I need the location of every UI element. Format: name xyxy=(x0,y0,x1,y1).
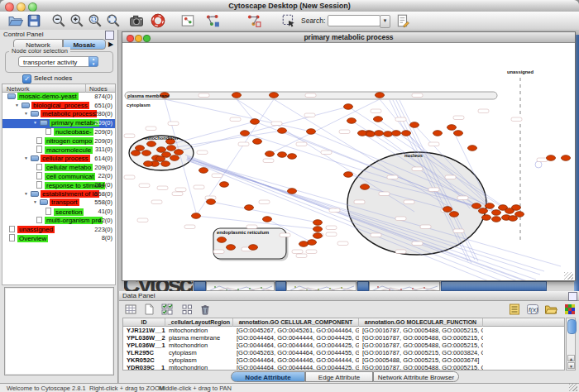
network-node[interactable] xyxy=(245,205,254,211)
zoom-view-button[interactable] xyxy=(143,35,151,42)
network-node[interactable] xyxy=(358,131,367,136)
disclosure-triangle-icon[interactable]: ▼ xyxy=(24,155,31,160)
attribute-browser-tab[interactable]: Network Attribute Browser xyxy=(373,371,459,382)
select-nodes-checkbox[interactable]: ✓ xyxy=(22,74,31,84)
network-node[interactable] xyxy=(374,117,383,122)
column-header[interactable]: annotation.GO MOLECULAR_FUNCTION xyxy=(359,318,483,327)
edit-search-icon[interactable] xyxy=(395,13,410,28)
tree-item[interactable]: ▼establishment of lo558(0) xyxy=(2,190,115,199)
tree-item[interactable]: response to stimulu264(0) xyxy=(2,181,115,190)
tree-item[interactable]: Overview8(0) xyxy=(2,234,115,243)
delete-attribute-icon[interactable] xyxy=(199,303,212,316)
self-loop-edge[interactable] xyxy=(535,161,542,168)
annotation-icon[interactable] xyxy=(180,13,195,28)
tree-item[interactable]: unassigned223(0) xyxy=(2,226,115,235)
network-node[interactable] xyxy=(486,203,495,209)
network-node[interactable] xyxy=(156,156,165,162)
network-node[interactable] xyxy=(376,93,385,98)
background-window-preview[interactable] xyxy=(286,281,356,291)
tree-item[interactable]: ▼primary metabo209(0) xyxy=(2,119,115,128)
background-window-titlebar[interactable] xyxy=(275,281,286,291)
tree-item[interactable]: ▼transport558(0) xyxy=(2,198,115,208)
window-titlebar[interactable]: Cytoscape Desktop (New Session) xyxy=(0,0,579,12)
table-row[interactable]: YKR052Ccytoplasm[GO:0044464, GO:0044446,… xyxy=(123,356,564,364)
network-node[interactable] xyxy=(253,139,262,145)
background-window-preview[interactable] xyxy=(369,281,440,291)
network-node[interactable] xyxy=(170,155,179,161)
network-node[interactable] xyxy=(454,131,463,136)
attribute-table-header[interactable]: ID_cellularLayoutRegionannotation.GO CEL… xyxy=(123,318,564,327)
column-header[interactable] xyxy=(483,318,565,327)
close-view-button[interactable] xyxy=(127,35,134,42)
minimize-view-button[interactable] xyxy=(135,35,142,42)
network-node[interactable] xyxy=(450,212,459,218)
attribute-browser-tab[interactable]: Node Attribute Browser xyxy=(231,371,305,382)
disclosure-triangle-icon[interactable]: ▼ xyxy=(33,120,40,125)
network-node[interactable] xyxy=(402,131,411,136)
network-node[interactable] xyxy=(241,131,250,136)
close-window-button[interactable] xyxy=(5,2,14,12)
network-node[interactable] xyxy=(313,233,323,239)
search-input[interactable] xyxy=(328,15,380,26)
snapshot-camera-icon[interactable] xyxy=(129,13,144,28)
column-header[interactable]: ID xyxy=(123,318,165,327)
network-node[interactable] xyxy=(344,104,353,110)
network-node[interactable] xyxy=(313,227,323,232)
background-window-preview[interactable] xyxy=(547,281,574,291)
network-node[interactable] xyxy=(278,128,287,134)
network-node[interactable] xyxy=(288,154,297,160)
column-header[interactable]: annotation.GO CELLULAR_COMPONENT xyxy=(233,318,359,327)
network-node[interactable] xyxy=(492,210,501,216)
table-row[interactable]: YPL036W__2plasma membrane[GO:0044464, GO… xyxy=(123,334,564,342)
attribute-list-icon[interactable] xyxy=(508,303,521,316)
tree-item[interactable]: multi-organism pro42(0) xyxy=(2,217,115,226)
network-node[interactable] xyxy=(199,168,208,174)
network-node[interactable] xyxy=(147,141,156,147)
network-node[interactable] xyxy=(218,237,227,243)
network-node[interactable] xyxy=(361,184,370,190)
disclosure-triangle-icon[interactable]: ▼ xyxy=(24,191,31,196)
network-node[interactable] xyxy=(479,208,488,214)
network-canvas[interactable]: plasma membranecytoplasmmitochondrionnuc… xyxy=(122,43,575,280)
network-node[interactable] xyxy=(433,131,443,136)
tree-item[interactable]: cellular metabo209(0) xyxy=(2,164,115,173)
network-edge[interactable] xyxy=(176,131,282,147)
birds-eye-view[interactable] xyxy=(4,287,114,375)
color-attribute-select[interactable]: transporter activity xyxy=(18,56,98,67)
network-node[interactable] xyxy=(447,125,457,131)
attribute-matrix-icon[interactable] xyxy=(563,303,577,316)
network-node[interactable] xyxy=(249,245,258,251)
network-node[interactable] xyxy=(515,212,524,218)
network-node[interactable] xyxy=(232,93,242,98)
destroy-view-icon[interactable] xyxy=(246,13,261,28)
zoom-out-icon[interactable] xyxy=(51,13,66,28)
network-node[interactable] xyxy=(167,146,176,151)
network-node[interactable] xyxy=(266,151,275,157)
function-builder-icon[interactable] xyxy=(526,303,539,316)
network-node[interactable] xyxy=(375,131,384,136)
network-node[interactable] xyxy=(347,118,356,124)
background-window-titlebar[interactable] xyxy=(194,281,206,291)
network-node[interactable] xyxy=(192,213,201,219)
table-scrollbar[interactable]: ▲ ▼ xyxy=(566,318,576,370)
network-node[interactable] xyxy=(299,241,309,247)
tree-item[interactable]: mosaic-demo-yeast874(0) xyxy=(2,93,115,102)
network-node[interactable] xyxy=(384,131,393,137)
network-node[interactable] xyxy=(482,215,491,221)
zoom-window-button[interactable] xyxy=(28,2,37,12)
network-edge[interactable] xyxy=(165,99,311,131)
network-node[interactable] xyxy=(144,161,153,167)
background-window-titlebar[interactable] xyxy=(357,281,369,291)
scrollbar-thumb[interactable] xyxy=(567,319,577,334)
network-node[interactable] xyxy=(313,220,323,226)
tree-item[interactable]: cell communicat22(0) xyxy=(2,172,115,181)
scroll-up-icon[interactable]: ▲ xyxy=(567,355,575,361)
attribute-table-icon[interactable] xyxy=(124,303,137,316)
network-node[interactable] xyxy=(468,146,477,151)
tree-item[interactable]: secretion41(0) xyxy=(2,208,115,217)
select-stepper-icon[interactable]: ▲▼ xyxy=(89,56,98,67)
float-panel-icon[interactable] xyxy=(568,292,577,301)
scroll-down-icon[interactable]: ▼ xyxy=(567,362,575,369)
network-node[interactable] xyxy=(492,217,501,222)
network-node[interactable] xyxy=(220,182,229,188)
